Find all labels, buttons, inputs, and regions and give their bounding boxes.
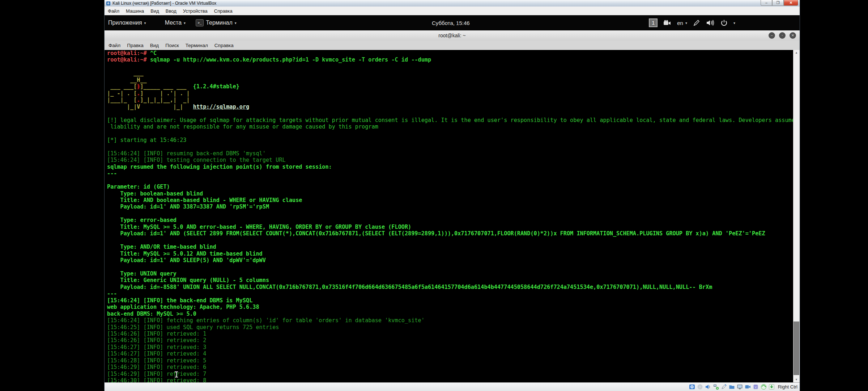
desktop: Kali Linux (чистая) [Работает] - Oracle … [0, 0, 868, 391]
terminal-line: |_|V |_| http://sqlmap.org [107, 104, 794, 110]
places-menu[interactable]: Места ▾ [165, 20, 186, 26]
places-label: Места [165, 20, 182, 26]
workspace-indicator[interactable]: 1 [649, 18, 658, 27]
terminal-menu-view[interactable]: Вид [147, 43, 162, 48]
virtualbox-logo-icon [106, 1, 111, 6]
host-key-label: Right Ctrl [778, 384, 797, 390]
terminal-titlebar[interactable]: root@kali: ~ [105, 30, 800, 41]
terminal-menu-edit[interactable]: Правка [124, 43, 147, 48]
terminal-line: Type: AND/OR time-based blind [107, 244, 794, 250]
terminal-line: Parameter: id (GET) [107, 184, 794, 190]
terminal-line [107, 264, 794, 270]
terminal-line: [!] legal disclaimer: Usage of sqlmap fo… [107, 117, 794, 123]
terminal-line [107, 143, 794, 150]
minimize-button[interactable]: – [761, 0, 772, 6]
terminal-line: --- [107, 170, 794, 177]
scroll-up-arrow-icon[interactable]: ▲ [793, 51, 800, 54]
video-capture-icon[interactable] [745, 384, 751, 390]
system-menu-chevron-icon[interactable]: ▾ [733, 21, 735, 25]
power-icon[interactable] [720, 19, 728, 26]
display-icon[interactable] [737, 384, 743, 390]
terminal-line: [15:46:29] [INFO] retrieved: 7 [107, 371, 794, 377]
terminal-line [107, 177, 794, 184]
mouse-integration-icon[interactable] [761, 384, 767, 390]
vbox-titlebar[interactable]: Kali Linux (чистая) [Работает] - Oracle … [105, 0, 800, 7]
terminal-line: |_ -| . [.] | .'| . | [107, 90, 794, 97]
terminal-scrollbar[interactable]: ▲ ▼ [793, 50, 800, 382]
scroll-down-arrow-icon[interactable]: ▼ [793, 378, 800, 381]
camera-icon[interactable] [663, 20, 671, 26]
audio-icon[interactable] [705, 384, 711, 390]
terminal-line [107, 210, 794, 217]
usb-icon[interactable] [721, 384, 727, 390]
terminal-minimize-button[interactable]: – [769, 32, 775, 39]
panel-clock[interactable]: Суббота, 15:46 [432, 15, 470, 30]
terminal-menubar: Файл Правка Вид Поиск Терминал Справка [105, 41, 800, 50]
chevron-down-icon: ▾ [144, 21, 146, 25]
terminal-line: Type: error-based [107, 217, 794, 223]
terminal-app-menu[interactable]: >_ Терминал ▾ [196, 19, 237, 26]
terminal-line: [15:46:24] [INFO] fetching entries of co… [107, 317, 794, 324]
terminal-line: [15:46:25] [INFO] used SQL query returns… [107, 324, 794, 331]
terminal-line: Title: MySQL >= 5.0 AND error-based - WH… [107, 224, 794, 230]
svg-text:V: V [755, 386, 757, 389]
terminal-line: Payload: id=1' AND 3387=3387 AND 'rpSM'=… [107, 203, 794, 210]
terminal-line: Type: UNION query [107, 270, 794, 277]
vbox-menu-file[interactable]: Файл [105, 8, 123, 14]
vbox-menu-machine[interactable]: Машина [123, 8, 147, 14]
virtualbox-window: Kali Linux (чистая) [Работает] - Oracle … [104, 0, 800, 391]
terminal-maximize-button[interactable]: ▫ [779, 32, 786, 39]
chevron-down-icon: ▾ [235, 21, 237, 25]
volume-icon[interactable] [706, 19, 715, 26]
vbox-menu-help[interactable]: Справка [211, 8, 236, 14]
network-icon[interactable] [713, 384, 719, 390]
keyboard-layout-indicator[interactable]: en ▾ [677, 20, 687, 26]
optical-disc-icon[interactable] [697, 384, 703, 390]
terminal-line: sqlmap resumed the following injection p… [107, 164, 794, 170]
terminal-window-controls: – ▫ ✕ [769, 32, 796, 39]
vbox-menubar: Файл Машина Вид Ввод Устройства Справка [105, 7, 800, 16]
terminal-line: ___ ___[)]_____ ___ ___ {1.2.4#stable} [107, 83, 794, 90]
stylus-icon[interactable] [693, 19, 700, 26]
window-title: Kali Linux (чистая) [Работает] - Oracle … [112, 1, 216, 6]
terminal-line: root@kali:~# ^C [107, 50, 794, 56]
vbox-menu-input[interactable]: Ввод [162, 8, 180, 14]
terminal-icon: >_ [196, 19, 204, 26]
vbox-menu-view[interactable]: Вид [147, 8, 162, 14]
terminal-line: [15:46:24] [INFO] resuming back-end DBMS… [107, 150, 794, 157]
terminal-line: [15:46:29] [INFO] retrieved: 6 [107, 364, 794, 370]
terminal-line [107, 110, 794, 117]
terminal-menu-terminal[interactable]: Терминал [182, 43, 211, 48]
terminal-line: __H__ [107, 77, 794, 83]
restore-button[interactable]: ❐ [772, 0, 784, 6]
terminal-line: web application technology: Apache, PHP … [107, 304, 794, 310]
terminal-line: [15:46:24] [INFO] the back-end DBMS is M… [107, 297, 794, 304]
terminal-line: [15:46:24] [INFO] testing connection to … [107, 157, 794, 163]
terminal-line: ___ [107, 70, 794, 76]
panel-tray: 1 en ▾ [649, 15, 735, 30]
features-icon[interactable]: V [753, 384, 759, 390]
terminal-menu-search[interactable]: Поиск [162, 43, 182, 48]
terminal-line [107, 63, 794, 70]
chevron-down-icon: ▾ [184, 21, 186, 25]
scrollbar-thumb[interactable] [793, 321, 799, 375]
terminal-line: [15:46:27] [INFO] retrieved: 3 [107, 344, 794, 350]
terminal-close-button[interactable]: ✕ [790, 32, 796, 39]
shared-folders-icon[interactable] [729, 384, 735, 390]
applications-menu[interactable]: Приложения ▾ [108, 20, 146, 26]
chevron-down-icon: ▾ [685, 21, 687, 25]
hard-disk-icon[interactable] [689, 384, 695, 390]
terminal-line: Title: MySQL >= 5.0.12 AND time-based bl… [107, 251, 794, 257]
terminal-line: Type: boolean-based blind [107, 190, 794, 197]
terminal-line: [15:46:28] [INFO] retrieved: 5 [107, 357, 794, 364]
terminal-line: [15:46:26] [INFO] retrieved: 1 [107, 331, 794, 337]
vbox-menu-devices[interactable]: Устройства [180, 8, 211, 14]
close-button[interactable]: ✕ [784, 0, 798, 6]
terminal-menu-file[interactable]: Файл [105, 43, 124, 48]
keyboard-capture-icon[interactable] [769, 384, 775, 390]
terminal-line: root@kali:~# sqlmap -u http://www.kvm.co… [107, 56, 794, 63]
terminal-line: |___|_ [.]_|_|_|__,| _| [107, 97, 794, 103]
terminal-menu-help[interactable]: Справка [211, 43, 237, 48]
terminal-line: [15:46:30] [INFO] retrieved: 8 [107, 377, 794, 382]
terminal-line: back-end DBMS: MySQL >= 5.0 [107, 311, 794, 317]
